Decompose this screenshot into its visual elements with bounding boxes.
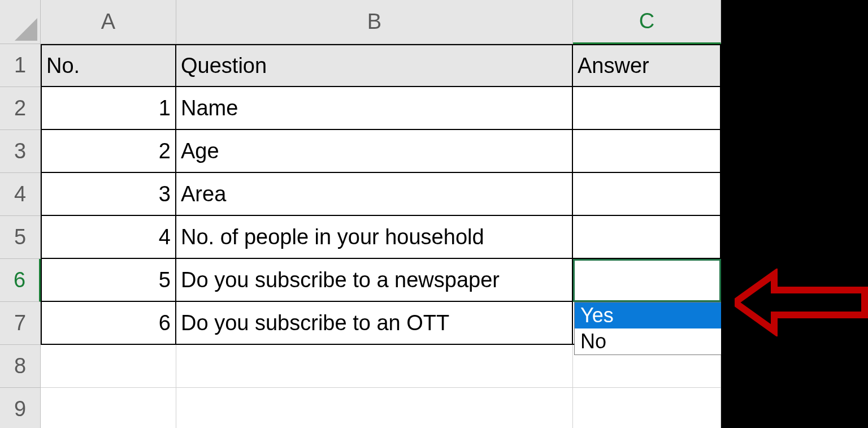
col-header-B[interactable]: B [176,0,573,44]
cell-B4[interactable]: Area [176,173,573,216]
cell-B2[interactable]: Name [176,87,573,130]
cell-C5[interactable] [573,216,721,259]
cell-A8[interactable] [41,345,176,388]
cell-B1[interactable]: Question [176,44,573,87]
cell-A4[interactable]: 3 [41,173,176,216]
col-header-A[interactable]: A [41,0,176,44]
row-header-3[interactable]: 3 [0,130,41,173]
svg-marker-0 [15,18,37,41]
cell-B3[interactable]: Age [176,130,573,173]
cell-B5[interactable]: No. of people in your household [176,216,573,259]
row-header-4[interactable]: 4 [0,173,41,216]
dropdown-option-no[interactable]: No [575,328,732,354]
cell-A5[interactable]: 4 [41,216,176,259]
row-header-1[interactable]: 1 [0,44,41,87]
cell-C3[interactable] [573,130,721,173]
row-header-8[interactable]: 8 [0,345,41,388]
cell-A2[interactable]: 1 [41,87,176,130]
select-all-triangle-icon [15,18,37,41]
row-header-7[interactable]: 7 [0,302,41,345]
row-header-2[interactable]: 2 [0,87,41,130]
cell-C1[interactable]: Answer [573,44,721,87]
row-header-9[interactable]: 9 [0,388,41,428]
spreadsheet: A B C D 1 No. Question Answer 2 1 Name 3… [0,0,868,428]
cell-A1[interactable]: No. [41,44,176,87]
cell-A7[interactable]: 6 [41,302,176,345]
row-header-6[interactable]: 6 [0,259,41,302]
cell-B8[interactable] [176,345,573,388]
cell-C6[interactable] [573,259,721,302]
cell-B9[interactable] [176,388,573,428]
row-header-5[interactable]: 5 [0,216,41,259]
dropdown-option-yes[interactable]: Yes [575,302,732,328]
dropdown-list[interactable]: Yes No [574,302,732,355]
right-black-crop [721,0,868,428]
cell-A6[interactable]: 5 [41,259,176,302]
cell-C2[interactable] [573,87,721,130]
cell-C9[interactable] [573,388,721,428]
cell-C4[interactable] [573,173,721,216]
cell-A3[interactable]: 2 [41,130,176,173]
cell-A9[interactable] [41,388,176,428]
select-all-corner[interactable] [0,0,41,44]
cell-B7[interactable]: Do you subscribe to an OTT [176,302,573,345]
cell-B6[interactable]: Do you subscribe to a newspaper [176,259,573,302]
col-header-C[interactable]: C [573,0,721,44]
